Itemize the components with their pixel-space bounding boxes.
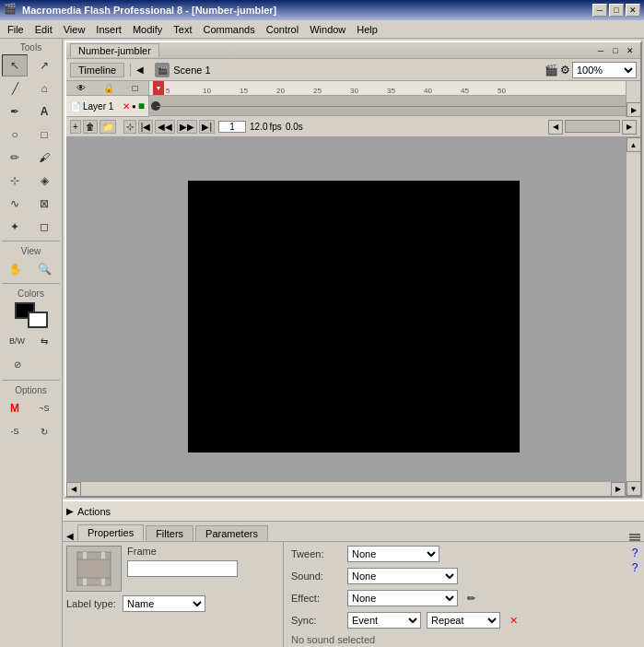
stage-container[interactable]: ▲ ▼ ◀ ▶: [66, 137, 640, 496]
doc-tab[interactable]: Number-jumbler: [70, 43, 159, 57]
freetransform-tool[interactable]: ⊹: [2, 170, 28, 192]
bottom-panel: ▶ Actions ◀ Properties Filters Parameter…: [63, 500, 644, 647]
back-btn[interactable]: ◀: [136, 65, 144, 75]
frame-controls-3[interactable]: ◀◀: [155, 120, 175, 134]
no-sound-text: No sound selected: [291, 634, 618, 645]
repeat-select[interactable]: Repeat Loop: [427, 612, 500, 629]
pen-tool[interactable]: ✒: [2, 100, 28, 123]
hand-tool[interactable]: ✋: [2, 258, 28, 280]
minimize-button[interactable]: ─: [592, 4, 607, 17]
zoom-select[interactable]: 100% 50% 200%: [572, 62, 637, 78]
properties-content: Frame Label type: Name Comment Anchor: [63, 542, 644, 647]
menu-help[interactable]: Help: [351, 20, 383, 38]
add-layer-btn[interactable]: +: [70, 120, 81, 134]
stage-canvas[interactable]: [188, 181, 520, 453]
close-button[interactable]: ✕: [626, 4, 640, 17]
sound-row: Sound: None: [291, 568, 618, 584]
eyedropper-tool[interactable]: ✦: [2, 216, 28, 238]
lock-icon: 🔒: [103, 83, 114, 93]
zoom-tool[interactable]: 🔍: [31, 258, 57, 280]
menu-commands[interactable]: Commands: [197, 20, 260, 38]
no-color-tool[interactable]: ⊘: [5, 353, 30, 375]
frame-controls-2[interactable]: |◀: [138, 120, 154, 134]
subselect-tool[interactable]: ↗: [31, 54, 57, 76]
rect-tool[interactable]: □: [31, 124, 57, 146]
help-icon-1[interactable]: ?: [627, 546, 642, 560]
black-white-tool[interactable]: B/W: [5, 330, 30, 352]
scroll-left-btn[interactable]: ◀: [66, 482, 81, 497]
current-frame: 1: [218, 121, 246, 133]
label-type-select[interactable]: Name Comment Anchor: [123, 595, 205, 612]
paintbucket-tool[interactable]: ⊠: [31, 193, 57, 215]
swap-colors-tool[interactable]: ⇆: [31, 330, 57, 352]
tab-filters[interactable]: Filters: [146, 525, 193, 541]
timeline-scroll-track[interactable]: [565, 120, 620, 133]
ruler-mark-10: 10: [203, 87, 240, 95]
props-arrow[interactable]: ◀: [66, 531, 74, 541]
timeline-right-scroll-btn[interactable]: ▶: [626, 102, 641, 117]
line-tool[interactable]: ╱: [2, 77, 28, 100]
sync-label: Sync:: [291, 615, 342, 626]
menu-text[interactable]: Text: [168, 20, 197, 38]
eraser-tool[interactable]: ◻: [31, 216, 57, 238]
effect-select[interactable]: None: [347, 590, 458, 606]
frame-controls-4[interactable]: ▶▶: [177, 120, 197, 134]
doc-restore-btn[interactable]: □: [609, 45, 622, 56]
frame-controls-5[interactable]: ▶|: [199, 120, 215, 134]
menu-window[interactable]: Window: [304, 20, 351, 38]
effect-edit-btn[interactable]: ✏: [463, 591, 478, 606]
menu-insert[interactable]: Insert: [90, 20, 127, 38]
scroll-down-btn[interactable]: ▼: [626, 481, 641, 496]
brush-tool[interactable]: 🖌: [31, 147, 57, 169]
tools-grid: ↖ ↗ ╱ ⌂ ✒ A ○ □ ✏ 🖌 ⊹ ◈ ∿ ⊠ ✦ ◻: [2, 54, 60, 238]
actions-arrow[interactable]: ▶: [66, 506, 74, 516]
colors-label: Colors: [2, 287, 60, 300]
tab-properties[interactable]: Properties: [77, 524, 144, 541]
tab-parameters[interactable]: Parameters: [195, 525, 268, 541]
filltransform-tool[interactable]: ◈: [31, 170, 57, 192]
scroll-up-btn[interactable]: ▲: [626, 137, 641, 152]
layer-delete-icon[interactable]: ✕: [123, 101, 130, 112]
delete-layer-btn[interactable]: 🗑: [83, 120, 98, 134]
add-folder-btn[interactable]: 📁: [100, 120, 116, 134]
doc-minimize-btn[interactable]: ─: [594, 45, 607, 56]
pencil-tool[interactable]: ✏: [2, 147, 28, 169]
menu-edit[interactable]: Edit: [29, 20, 58, 38]
rotate-tool[interactable]: ↻: [31, 420, 57, 442]
straighten-tool[interactable]: -S: [2, 420, 28, 442]
frame-controls-1[interactable]: ⊹: [123, 120, 136, 134]
actions-label[interactable]: Actions: [77, 506, 111, 517]
menu-view[interactable]: View: [58, 20, 91, 38]
ruler-mark-50: 50: [498, 87, 534, 95]
properties-icon[interactable]: ⚙: [560, 64, 570, 76]
color-section: B/W ⇆ ⊘: [2, 300, 60, 377]
sound-select[interactable]: None: [347, 568, 458, 584]
sync-close-btn[interactable]: ✕: [506, 613, 521, 628]
timeline-tab[interactable]: Timeline: [70, 63, 124, 77]
snap-magnet[interactable]: M: [2, 397, 28, 419]
text-tool[interactable]: A: [31, 100, 57, 123]
sync-select[interactable]: Event Start Stop Stream: [347, 612, 421, 629]
menu-file[interactable]: File: [2, 20, 29, 38]
inkbottle-tool[interactable]: ∿: [2, 193, 28, 215]
frame-name-input[interactable]: [127, 560, 238, 577]
label-type-row: Label type: Name Comment Anchor: [66, 595, 279, 612]
restore-button[interactable]: □: [609, 4, 624, 17]
timeline-right-btn[interactable]: ▶: [622, 120, 637, 135]
ruler-inner: ▼ 5 10 15 20 25 30: [149, 81, 626, 95]
help-icon-2[interactable]: ?: [627, 560, 642, 575]
doc-close-btn[interactable]: ✕: [624, 45, 637, 56]
scroll-right-btn[interactable]: ▶: [611, 482, 626, 497]
frame-label: Frame: [127, 546, 279, 557]
arrow-tool[interactable]: ↖: [2, 54, 28, 76]
lasso-tool[interactable]: ⌂: [31, 77, 57, 100]
window-title: Macromedia Flash Professional 8 - [Numbe…: [22, 5, 592, 16]
playhead-top: ▼: [153, 81, 164, 95]
smooth-tool[interactable]: ~S: [31, 397, 57, 419]
fill-color[interactable]: [28, 312, 48, 328]
timeline-left-btn[interactable]: ◀: [548, 120, 563, 135]
oval-tool[interactable]: ○: [2, 124, 28, 146]
tween-select[interactable]: None Motion Shape: [347, 546, 439, 562]
menu-modify[interactable]: Modify: [127, 20, 168, 38]
menu-control[interactable]: Control: [261, 20, 304, 38]
